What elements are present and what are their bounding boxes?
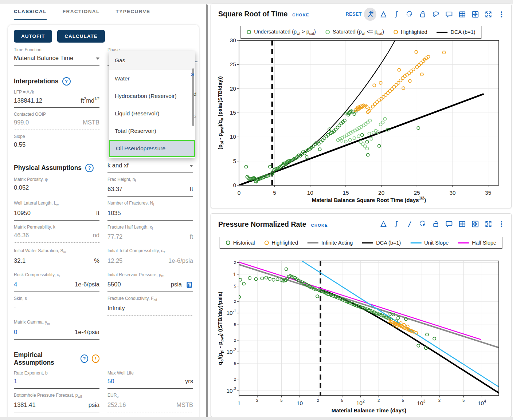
panel-row: Rate Exponent, b1Max Well Life50yrs bbox=[14, 370, 193, 392]
field-value-row[interactable]: 10950ft bbox=[14, 209, 99, 221]
calculate-button[interactable]: CALCULATE bbox=[57, 30, 105, 43]
kebab-icon[interactable] bbox=[495, 8, 508, 21]
field-value-row[interactable]: Infinity bbox=[107, 304, 193, 316]
lasso-select-icon[interactable] bbox=[416, 217, 429, 230]
unlock-icon[interactable] bbox=[416, 8, 429, 21]
field-value: 1 bbox=[14, 378, 17, 385]
tab-typecurve[interactable]: TYPECURVE bbox=[116, 9, 150, 20]
field-value-row[interactable]: 1381.41psia bbox=[14, 400, 99, 412]
field-value-row[interactable]: 1 bbox=[14, 377, 99, 389]
kebab-icon[interactable] bbox=[495, 217, 508, 230]
pan-icon[interactable] bbox=[469, 8, 481, 21]
lasso-select-icon[interactable] bbox=[403, 8, 416, 21]
fullscreen-icon[interactable] bbox=[482, 217, 494, 230]
sqrt-time-chart-card: Square Root of Time CHOKE RESET Undersat… bbox=[211, 4, 512, 208]
section-header-empirical: Empirical Assumptions?! bbox=[14, 351, 99, 366]
lasso-icon[interactable] bbox=[430, 8, 442, 21]
calculator-icon[interactable] bbox=[185, 281, 193, 289]
legend-item[interactable]: Highlighted bbox=[264, 240, 298, 246]
field-value-row[interactable]: 63.37ft bbox=[107, 185, 193, 197]
comment-icon[interactable] bbox=[443, 8, 455, 21]
field-slope: Slope0.55 bbox=[14, 134, 99, 152]
help-icon[interactable]: ? bbox=[85, 164, 94, 172]
field-value: 77.72 bbox=[107, 233, 122, 240]
panel-scrollbar[interactable] bbox=[206, 4, 208, 419]
comment-icon[interactable] bbox=[443, 217, 455, 230]
warning-icon[interactable]: ! bbox=[92, 354, 99, 363]
legend-item[interactable]: DCA (b=1) bbox=[362, 240, 401, 246]
field-value-row[interactable]: 46.36nd bbox=[14, 231, 99, 243]
integral-icon[interactable] bbox=[390, 8, 403, 21]
legend-item[interactable]: Half Slope bbox=[458, 240, 496, 246]
field-value: 5500 bbox=[107, 281, 121, 288]
table-icon[interactable] bbox=[456, 8, 468, 21]
autofit-button[interactable]: AUTOFIT bbox=[14, 30, 52, 43]
field-value-row[interactable]: 50yrs bbox=[107, 377, 193, 389]
field-value-row[interactable]: 0.55 bbox=[14, 140, 99, 152]
phase-dropdown: GasWaterHydrocarbon (Reservoir)Liquid (R… bbox=[109, 51, 195, 158]
svg-text:2: 2 bbox=[234, 338, 236, 342]
phase-option[interactable]: Water bbox=[109, 70, 195, 87]
field-value: 0.55 bbox=[14, 141, 26, 148]
legend-item[interactable]: Highlighted bbox=[393, 29, 427, 35]
field-value-row[interactable]: 32.1% bbox=[14, 256, 99, 268]
svg-text:10: 10 bbox=[230, 134, 236, 140]
svg-text:2: 2 bbox=[234, 299, 236, 304]
reset-button[interactable]: RESET bbox=[346, 12, 362, 17]
phase-option[interactable]: Hydrocarbon (Reservoir) bbox=[109, 87, 195, 105]
field-value-row[interactable]: 41e-6/psia bbox=[14, 280, 99, 292]
field-value-row[interactable]: 252.16MSTB bbox=[107, 400, 193, 412]
legend-item[interactable]: Infinite Acting bbox=[308, 240, 353, 246]
field-value-row[interactable]: 12.251e-6/psia bbox=[107, 256, 193, 268]
field-value-row[interactable]: 1035 bbox=[107, 209, 193, 221]
field-value-row[interactable]: 999.0MSTB bbox=[14, 118, 99, 130]
field-value-row[interactable]: 0.052 bbox=[14, 183, 99, 195]
legend-item[interactable]: Undersaturated (pwf > psat) bbox=[247, 29, 316, 36]
help-icon[interactable]: ? bbox=[62, 77, 71, 86]
field-label: Fracture Conductivity, Fcd bbox=[107, 296, 193, 303]
delta-icon[interactable] bbox=[377, 8, 389, 21]
expand-chevron-icon[interactable]: » bbox=[191, 71, 194, 78]
field-value-row[interactable]: 01e-4/psia bbox=[14, 328, 99, 340]
sqrt-time-series bbox=[239, 39, 483, 185]
choke-tag[interactable]: CHOKE bbox=[292, 13, 309, 17]
choke-tag[interactable]: CHOKE bbox=[311, 223, 328, 227]
phase-option[interactable]: Liquid (Reservoir) bbox=[109, 105, 195, 122]
table-icon[interactable] bbox=[456, 217, 468, 230]
field-label: Initial Reservoir Pressure, pRi bbox=[107, 272, 193, 279]
slash-icon[interactable] bbox=[403, 217, 416, 230]
delta-icon[interactable] bbox=[377, 217, 389, 230]
field-value: 999.0 bbox=[14, 119, 29, 126]
choke-lock-icon[interactable] bbox=[364, 8, 376, 21]
svg-text:15: 15 bbox=[342, 190, 349, 196]
legend-item[interactable]: DCA (b=1) bbox=[437, 29, 475, 35]
field-value-row[interactable]: - bbox=[14, 302, 99, 314]
legend-item[interactable]: Unit Slope bbox=[410, 240, 449, 246]
tab-fractional[interactable]: FRACTIONAL bbox=[63, 9, 100, 20]
field-value-row[interactable]: k and xf bbox=[107, 161, 193, 173]
fullscreen-icon[interactable] bbox=[482, 8, 494, 21]
field-value-row[interactable]: 77.72ft bbox=[107, 232, 193, 244]
svg-text:102: 102 bbox=[356, 399, 365, 406]
svg-text:25: 25 bbox=[414, 190, 420, 196]
field-value: 0.052 bbox=[14, 184, 29, 191]
field-value-row[interactable]: Material Balance Time bbox=[14, 54, 99, 66]
field-rate-exponent: Rate Exponent, b1 bbox=[14, 370, 99, 389]
help-icon[interactable]: ? bbox=[81, 354, 88, 363]
field-label: Matrix Porosity, φ bbox=[14, 177, 99, 182]
phase-option[interactable]: Gas bbox=[109, 51, 195, 70]
phase-option[interactable]: Total (Reservoir) bbox=[109, 122, 195, 140]
pan-icon[interactable] bbox=[469, 217, 481, 230]
phase-option[interactable]: Oil Pseudopressure bbox=[109, 140, 195, 157]
field-unit: MSTB bbox=[83, 119, 99, 126]
legend-item[interactable]: Historical bbox=[226, 240, 255, 246]
legend-label: Historical bbox=[233, 240, 255, 246]
unlock-icon[interactable] bbox=[430, 217, 442, 230]
integral-icon[interactable] bbox=[390, 217, 403, 230]
tab-classical[interactable]: CLASSICAL bbox=[14, 9, 47, 20]
panel-row: Matrix Gamma, γm01e-4/psia bbox=[14, 319, 193, 343]
field-value-row[interactable]: 5500psia bbox=[107, 280, 193, 292]
legend-item[interactable]: Saturated (pwf <= psat) bbox=[325, 29, 384, 36]
field-value: 4 bbox=[14, 281, 17, 288]
field-value-row[interactable]: 138841.12ft2md1/2 bbox=[14, 96, 99, 108]
